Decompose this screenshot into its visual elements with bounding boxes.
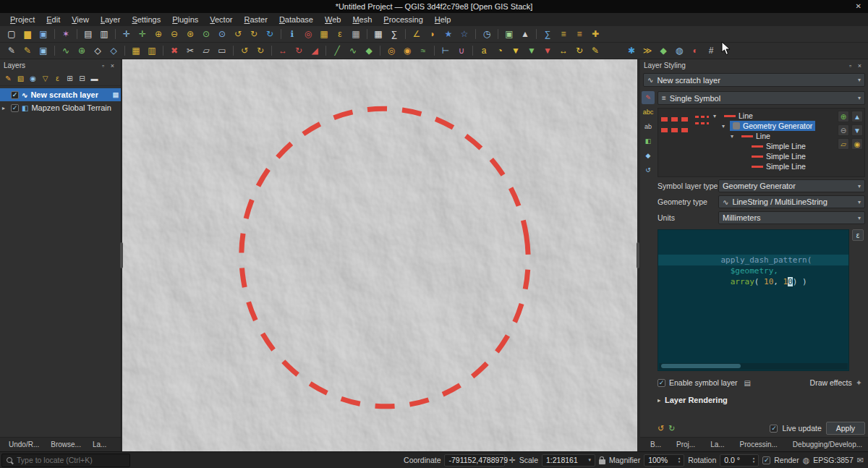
locator-bar[interactable] [1, 454, 130, 467]
run-feature-action-button[interactable]: ◎ [301, 27, 315, 41]
collapse-all-button[interactable]: ⊟ [76, 72, 88, 85]
layer-item-new-scratch-layer[interactable]: ✓ ∿ New scratch layer ▤ [0, 88, 121, 101]
tree-item-simple-line-3[interactable]: Simple Line [712, 161, 835, 171]
window-close-button[interactable]: ✕ [856, 0, 861, 13]
coordinate-field[interactable]: -791152,4788979 [444, 454, 505, 467]
change-label-button[interactable]: ✎ [588, 43, 603, 58]
zoom-full-button[interactable]: ⊛ [183, 27, 197, 41]
pan-map-button[interactable]: ✛ [119, 27, 134, 41]
show-bookmarks-button[interactable]: ☆ [457, 27, 472, 41]
merge-features-button[interactable]: ◆ [362, 43, 376, 58]
menu-database[interactable]: Database [273, 13, 319, 26]
reshape-features-button[interactable]: ∿ [346, 43, 360, 58]
show-hide-labels-button[interactable]: ▼ [540, 43, 555, 58]
tree-item-simple-line-2[interactable]: Simple Line [712, 151, 835, 161]
menu-project[interactable]: Project [4, 13, 41, 26]
zoom-next-button[interactable]: ↻ [247, 27, 261, 41]
processing-toolbox-button[interactable]: ✱ [624, 43, 639, 58]
symbology-tab[interactable]: ✎ [642, 91, 655, 104]
scrollbar-thumb[interactable] [661, 364, 741, 368]
expand-arrow-icon[interactable]: ▾ [731, 133, 736, 140]
geometry-type-combo[interactable]: ∿ LineString / MultiLineString ▾ [718, 195, 865, 208]
symbol-layer-type-combo[interactable]: Geometry Generator ▾ [718, 179, 865, 192]
paste-features-button[interactable]: ▭ [215, 43, 229, 58]
pin-unpin-labels-button[interactable]: ▼ [524, 43, 539, 58]
tree-item-line-root[interactable]: ▾ Line [712, 111, 835, 121]
scale-combo[interactable]: 1:218161 ▾ [542, 454, 595, 467]
scale-feature-button[interactable]: ◢ [307, 43, 322, 58]
zoom-last-button[interactable]: ↺ [231, 27, 245, 41]
crs-value[interactable]: EPSG:3857 [813, 456, 853, 464]
metasearch-button[interactable]: ◐ [688, 43, 702, 58]
menu-help[interactable]: Help [429, 13, 457, 26]
layer-item-mapzen-global-terrain[interactable]: ▸ ✓ ◧ Mapzen Global Terrain [0, 101, 121, 114]
manage-map-themes-button[interactable]: ◉ [27, 72, 39, 85]
style-manager-button[interactable]: ✶ [59, 27, 73, 41]
add-group-button[interactable]: ▧ [14, 72, 27, 85]
open-layer-styling-button[interactable]: ✎ [2, 72, 14, 85]
expression-editor[interactable]: apply_dash_pattern( $geometry, array( 10… [658, 229, 849, 371]
add-layer-group-button[interactable]: ✚ [588, 27, 603, 41]
open-attribute-table-button[interactable]: ▦ [371, 27, 386, 41]
new-bookmark-button[interactable]: ★ [441, 27, 456, 41]
new-3d-map-view-button[interactable]: ▲ [518, 27, 532, 41]
select-by-expression-button[interactable]: ε [333, 27, 347, 41]
zoom-to-layer-button[interactable]: ⊙ [215, 27, 229, 41]
expand-all-button[interactable]: ⊞ [64, 72, 76, 85]
remove-layer-button[interactable]: ▬ [88, 72, 101, 85]
split-features-button[interactable]: ╱ [330, 43, 344, 58]
statistical-summary-button[interactable]: ∑ [540, 27, 555, 41]
float-panel-icon[interactable]: ▫ [846, 62, 855, 69]
current-edits-button[interactable]: ✎ [4, 43, 19, 58]
identify-features-button[interactable]: ℹ [285, 27, 299, 41]
cut-features-button[interactable]: ✂ [183, 43, 197, 58]
save-layer-edits-button[interactable]: ▣ [36, 43, 51, 58]
right-panel-resize-handle[interactable] [637, 242, 639, 268]
draw-effects-star-icon[interactable]: ✦ [856, 378, 862, 388]
multi-edit-attributes-button[interactable]: ▥ [145, 43, 159, 58]
refresh-map-button[interactable]: ↻ [263, 27, 277, 41]
add-ring-button[interactable]: ◎ [384, 43, 399, 58]
duplicate-symbol-layer-button[interactable]: ▱ [838, 138, 849, 150]
undo-style-icon[interactable]: ↺ [658, 424, 664, 433]
lock-symbol-color-button[interactable]: ◉ [851, 138, 863, 150]
extent-toggle-icon[interactable]: ✛ [509, 456, 515, 465]
filter-by-expression-button[interactable]: ε [51, 72, 64, 85]
move-label-button[interactable]: ↔ [556, 43, 571, 58]
field-calculator-button[interactable]: ∑ [387, 27, 401, 41]
new-print-layout-button[interactable]: ▤ [81, 27, 95, 41]
digitize-with-segment-button[interactable]: ∿ [59, 43, 73, 58]
menu-view[interactable]: View [66, 13, 95, 26]
deselect-features-button[interactable]: ▦ [349, 27, 363, 41]
zoom-to-selection-button[interactable]: ⊙ [199, 27, 213, 41]
expression-horizontal-scrollbar[interactable] [659, 363, 848, 370]
dock-tab-processing[interactable]: Processin... [736, 439, 781, 450]
layer-expand-arrow-icon[interactable]: ▸ [2, 105, 8, 111]
styled-layer-combo[interactable]: ∿ New scratch layer ▾ [643, 73, 865, 87]
rotation-spinbox[interactable]: 0.0 ° ▴▾ [720, 454, 759, 467]
dock-tab-undo-redo[interactable]: Undo/R... [5, 439, 43, 450]
dock-tab-project[interactable]: Proj... [673, 439, 699, 450]
redo-style-icon[interactable]: ↻ [668, 424, 675, 433]
expand-arrow-icon[interactable]: ▾ [722, 123, 728, 129]
measure-line-button[interactable]: ∠ [409, 27, 424, 41]
menu-settings[interactable]: Settings [126, 13, 166, 26]
zoom-in-button[interactable]: ⊕ [151, 27, 166, 41]
save-project-button[interactable]: ▣ [36, 27, 51, 41]
masks-tab[interactable]: ab [642, 120, 655, 133]
tree-item-geometry-generator[interactable]: ▾ Geometry Generator [712, 121, 835, 131]
remove-symbol-layer-button[interactable]: ⊖ [838, 124, 849, 136]
select-features-button[interactable]: ▦ [317, 27, 331, 41]
close-panel-icon[interactable]: × [855, 62, 864, 69]
enable-symbol-layer-checkbox[interactable]: ✓ [658, 379, 665, 387]
menu-vector[interactable]: Vector [204, 13, 238, 26]
show-layout-manager-button[interactable]: ▥ [97, 27, 111, 41]
magnifier-spinbox[interactable]: 100% ▴▾ [644, 454, 684, 467]
dock-tab-layer-styling[interactable]: La... [707, 439, 728, 450]
python-console-button[interactable]: ≫ [640, 43, 655, 58]
live-update-checkbox[interactable]: ✓ [770, 425, 778, 433]
fill-ring-button[interactable]: ◉ [400, 43, 414, 58]
layer-labeling-options-button[interactable]: a [477, 43, 491, 58]
3d-view-tab[interactable]: ◆ [642, 149, 655, 162]
rotate-feature-button[interactable]: ↻ [292, 43, 306, 58]
